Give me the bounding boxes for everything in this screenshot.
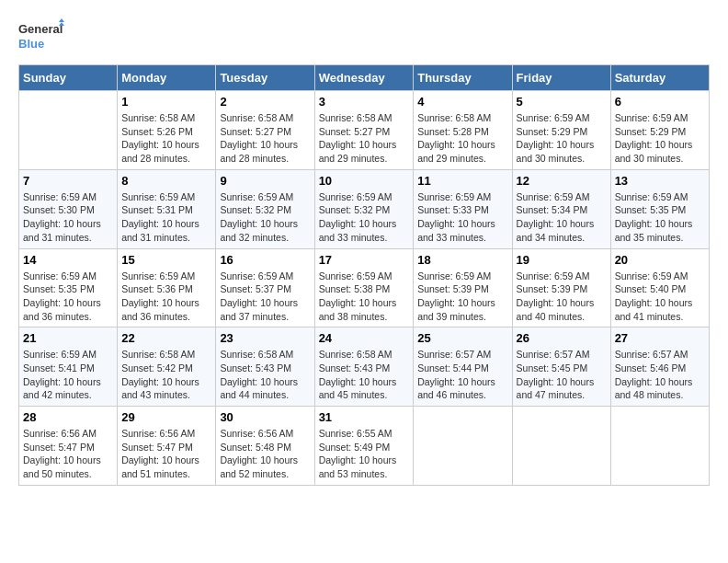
- day-detail: Sunrise: 6:58 AMSunset: 5:27 PMDaylight:…: [319, 111, 410, 166]
- day-detail: Sunrise: 6:59 AMSunset: 5:32 PMDaylight:…: [220, 190, 310, 245]
- day-detail: Sunrise: 6:59 AMSunset: 5:31 PMDaylight:…: [121, 190, 211, 245]
- page-header: General Blue: [18, 18, 710, 55]
- day-cell: 25Sunrise: 6:57 AMSunset: 5:44 PMDayligh…: [414, 327, 512, 407]
- day-detail: Sunrise: 6:57 AMSunset: 5:44 PMDaylight:…: [417, 348, 507, 402]
- day-cell: 17Sunrise: 6:59 AMSunset: 5:38 PMDayligh…: [314, 248, 414, 327]
- weekday-header-row: SundayMondayTuesdayWednesdayThursdayFrid…: [19, 65, 710, 91]
- day-cell: 5Sunrise: 6:59 AMSunset: 5:29 PMDaylight…: [512, 91, 610, 170]
- day-cell: 16Sunrise: 6:59 AMSunset: 5:37 PMDayligh…: [216, 248, 314, 327]
- day-number: 2: [220, 95, 310, 109]
- day-cell: 15Sunrise: 6:59 AMSunset: 5:36 PMDayligh…: [118, 248, 216, 327]
- day-cell: 3Sunrise: 6:58 AMSunset: 5:27 PMDaylight…: [314, 91, 414, 170]
- day-detail: Sunrise: 6:58 AMSunset: 5:42 PMDaylight:…: [121, 348, 211, 402]
- day-number: 22: [121, 331, 211, 345]
- day-number: 25: [417, 331, 507, 345]
- day-cell: [414, 407, 512, 486]
- logo: General Blue: [18, 18, 64, 55]
- day-number: 29: [121, 410, 211, 424]
- day-cell: 20Sunrise: 6:59 AMSunset: 5:40 PMDayligh…: [610, 248, 709, 327]
- week-row-4: 21Sunrise: 6:59 AMSunset: 5:41 PMDayligh…: [19, 327, 710, 407]
- day-detail: Sunrise: 6:59 AMSunset: 5:30 PMDaylight:…: [23, 190, 113, 245]
- day-number: 7: [23, 174, 113, 188]
- day-cell: 23Sunrise: 6:58 AMSunset: 5:43 PMDayligh…: [216, 327, 314, 407]
- day-cell: 6Sunrise: 6:59 AMSunset: 5:29 PMDaylight…: [610, 91, 709, 170]
- day-cell: [610, 407, 709, 486]
- day-number: 23: [220, 331, 310, 345]
- day-detail: Sunrise: 6:58 AMSunset: 5:27 PMDaylight:…: [220, 111, 310, 166]
- day-cell: 22Sunrise: 6:58 AMSunset: 5:42 PMDayligh…: [118, 327, 216, 407]
- day-cell: 24Sunrise: 6:58 AMSunset: 5:43 PMDayligh…: [314, 327, 414, 407]
- weekday-header-tuesday: Tuesday: [216, 65, 314, 91]
- day-detail: Sunrise: 6:59 AMSunset: 5:41 PMDaylight:…: [23, 348, 113, 402]
- day-detail: Sunrise: 6:59 AMSunset: 5:39 PMDaylight:…: [517, 270, 607, 324]
- day-number: 27: [615, 331, 705, 345]
- day-detail: Sunrise: 6:59 AMSunset: 5:29 PMDaylight:…: [517, 111, 607, 166]
- day-number: 17: [319, 253, 410, 267]
- calendar-table: SundayMondayTuesdayWednesdayThursdayFrid…: [18, 64, 710, 486]
- week-row-5: 28Sunrise: 6:56 AMSunset: 5:47 PMDayligh…: [19, 407, 710, 486]
- day-number: 26: [517, 331, 607, 345]
- day-cell: 10Sunrise: 6:59 AMSunset: 5:32 PMDayligh…: [314, 169, 414, 248]
- day-cell: 28Sunrise: 6:56 AMSunset: 5:47 PMDayligh…: [19, 407, 118, 486]
- day-number: 4: [417, 95, 507, 109]
- day-number: 15: [121, 253, 211, 267]
- day-detail: Sunrise: 6:58 AMSunset: 5:43 PMDaylight:…: [319, 348, 410, 402]
- day-detail: Sunrise: 6:57 AMSunset: 5:45 PMDaylight:…: [517, 348, 607, 402]
- day-number: 6: [615, 95, 705, 109]
- day-cell: 9Sunrise: 6:59 AMSunset: 5:32 PMDaylight…: [216, 169, 314, 248]
- weekday-header-monday: Monday: [118, 65, 216, 91]
- day-cell: 12Sunrise: 6:59 AMSunset: 5:34 PMDayligh…: [512, 169, 610, 248]
- day-number: 1: [121, 95, 211, 109]
- day-cell: 26Sunrise: 6:57 AMSunset: 5:45 PMDayligh…: [512, 327, 610, 407]
- day-number: 16: [220, 253, 310, 267]
- day-cell: 30Sunrise: 6:56 AMSunset: 5:48 PMDayligh…: [216, 407, 314, 486]
- day-detail: Sunrise: 6:57 AMSunset: 5:46 PMDaylight:…: [615, 348, 705, 402]
- day-detail: Sunrise: 6:58 AMSunset: 5:43 PMDaylight:…: [220, 348, 310, 402]
- day-cell: 14Sunrise: 6:59 AMSunset: 5:35 PMDayligh…: [19, 248, 118, 327]
- day-cell: [512, 407, 610, 486]
- day-detail: Sunrise: 6:59 AMSunset: 5:35 PMDaylight:…: [23, 270, 113, 324]
- weekday-header-friday: Friday: [512, 65, 610, 91]
- weekday-header-saturday: Saturday: [610, 65, 709, 91]
- day-detail: Sunrise: 6:59 AMSunset: 5:35 PMDaylight:…: [615, 190, 705, 245]
- svg-text:General: General: [18, 22, 63, 36]
- day-detail: Sunrise: 6:59 AMSunset: 5:36 PMDaylight:…: [121, 270, 211, 324]
- day-detail: Sunrise: 6:59 AMSunset: 5:29 PMDaylight:…: [615, 111, 705, 166]
- day-cell: 1Sunrise: 6:58 AMSunset: 5:26 PMDaylight…: [118, 91, 216, 170]
- week-row-2: 7Sunrise: 6:59 AMSunset: 5:30 PMDaylight…: [19, 169, 710, 248]
- day-number: 21: [23, 331, 113, 345]
- day-cell: 4Sunrise: 6:58 AMSunset: 5:28 PMDaylight…: [414, 91, 512, 170]
- week-row-1: 1Sunrise: 6:58 AMSunset: 5:26 PMDaylight…: [19, 91, 710, 170]
- day-number: 10: [319, 174, 410, 188]
- day-number: 12: [517, 174, 607, 188]
- day-number: 8: [121, 174, 211, 188]
- day-number: 31: [319, 410, 410, 424]
- day-number: 9: [220, 174, 310, 188]
- day-detail: Sunrise: 6:56 AMSunset: 5:48 PMDaylight:…: [220, 427, 310, 481]
- day-cell: 19Sunrise: 6:59 AMSunset: 5:39 PMDayligh…: [512, 248, 610, 327]
- day-detail: Sunrise: 6:59 AMSunset: 5:37 PMDaylight:…: [220, 270, 310, 324]
- day-number: 11: [417, 174, 507, 188]
- day-detail: Sunrise: 6:59 AMSunset: 5:40 PMDaylight:…: [615, 270, 705, 324]
- day-cell: 11Sunrise: 6:59 AMSunset: 5:33 PMDayligh…: [414, 169, 512, 248]
- day-number: 28: [23, 410, 113, 424]
- svg-marker-2: [59, 18, 64, 22]
- day-detail: Sunrise: 6:55 AMSunset: 5:49 PMDaylight:…: [319, 427, 410, 481]
- day-cell: 13Sunrise: 6:59 AMSunset: 5:35 PMDayligh…: [610, 169, 709, 248]
- day-number: 3: [319, 95, 410, 109]
- day-cell: 2Sunrise: 6:58 AMSunset: 5:27 PMDaylight…: [216, 91, 314, 170]
- day-cell: [19, 91, 118, 170]
- day-cell: 8Sunrise: 6:59 AMSunset: 5:31 PMDaylight…: [118, 169, 216, 248]
- week-row-3: 14Sunrise: 6:59 AMSunset: 5:35 PMDayligh…: [19, 248, 710, 327]
- weekday-header-thursday: Thursday: [414, 65, 512, 91]
- day-number: 14: [23, 253, 113, 267]
- day-detail: Sunrise: 6:59 AMSunset: 5:34 PMDaylight:…: [517, 190, 607, 245]
- day-number: 20: [615, 253, 705, 267]
- day-detail: Sunrise: 6:59 AMSunset: 5:33 PMDaylight:…: [417, 190, 507, 245]
- weekday-header-wednesday: Wednesday: [314, 65, 414, 91]
- day-detail: Sunrise: 6:56 AMSunset: 5:47 PMDaylight:…: [23, 427, 113, 481]
- day-cell: 7Sunrise: 6:59 AMSunset: 5:30 PMDaylight…: [19, 169, 118, 248]
- day-number: 13: [615, 174, 705, 188]
- day-detail: Sunrise: 6:59 AMSunset: 5:39 PMDaylight:…: [417, 270, 507, 324]
- day-cell: 21Sunrise: 6:59 AMSunset: 5:41 PMDayligh…: [19, 327, 118, 407]
